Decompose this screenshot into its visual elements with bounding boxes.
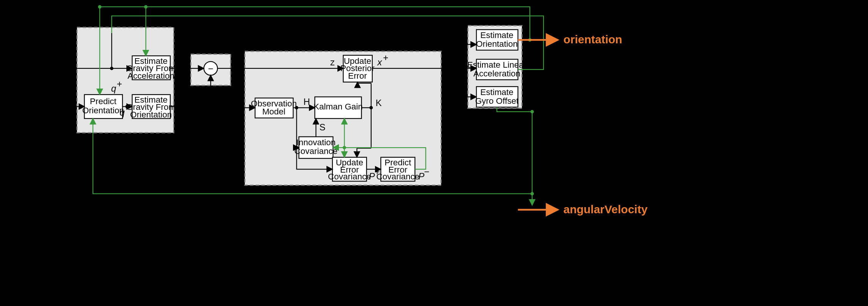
estimate-orientation-box: Estimate Orientation xyxy=(476,30,518,50)
svg-text:Covariance: Covariance xyxy=(328,172,371,181)
update-posterior-error-box: Update Posterior Error xyxy=(340,55,375,82)
svg-text:x: x xyxy=(377,57,382,67)
innovation-covariance-box: Innovation Covariance xyxy=(295,137,338,159)
sum-junction: − xyxy=(204,62,217,75)
svg-text:Acceleration: Acceleration xyxy=(473,69,520,78)
svg-text:−: − xyxy=(208,63,213,74)
svg-text:P: P xyxy=(418,171,424,181)
predict-error-covariance-box: Predict Error Covariance xyxy=(376,157,419,181)
svg-text:P: P xyxy=(369,171,375,181)
svg-text:+: + xyxy=(375,166,380,177)
label-K: K xyxy=(376,98,382,108)
estimate-linear-accel-box: Estimate Linear Acceleration xyxy=(467,59,527,80)
svg-text:Orientation: Orientation xyxy=(130,110,172,119)
svg-text:Estimate: Estimate xyxy=(480,87,513,97)
svg-point-74 xyxy=(98,5,101,8)
output-angvel-label: angularVelocity xyxy=(564,203,648,216)
svg-text:Orientation: Orientation xyxy=(476,39,518,49)
label-H: H xyxy=(303,97,310,107)
update-error-covariance-box: Update Error Covariance xyxy=(328,157,371,181)
estimate-gravity-accel-box: Estimate Gravity From Acceleration xyxy=(126,56,176,81)
label-S: S xyxy=(319,122,325,132)
estimate-gyro-offset-box: Estimate Gyro Offset xyxy=(475,87,519,107)
predict-orientation-box: Predict Orientation xyxy=(82,95,124,119)
svg-text:Model: Model xyxy=(262,107,285,116)
svg-text:Error: Error xyxy=(348,71,367,81)
svg-text:−: − xyxy=(125,103,131,113)
svg-text:Orientation: Orientation xyxy=(82,106,124,115)
svg-text:+: + xyxy=(383,52,388,63)
svg-text:Gyro Offset: Gyro Offset xyxy=(475,96,519,106)
filter-diagram: Predict Orientation Estimate Gravity Fro… xyxy=(0,0,868,306)
svg-text:q: q xyxy=(111,83,117,94)
svg-text:q: q xyxy=(120,107,125,117)
label-z: z xyxy=(330,57,335,67)
observation-model-box: Observation Model xyxy=(251,98,297,118)
svg-text:Predict: Predict xyxy=(90,97,117,106)
svg-text:Covariance: Covariance xyxy=(295,146,338,156)
svg-text:−: − xyxy=(424,166,429,177)
output-orientation-label: orientation xyxy=(564,33,622,46)
svg-text:Innovation: Innovation xyxy=(296,138,336,147)
svg-text:Acceleration: Acceleration xyxy=(128,71,175,81)
kalman-gain-box: Kalman Gain xyxy=(313,97,363,119)
svg-text:Kalman Gain: Kalman Gain xyxy=(313,102,363,111)
svg-text:+: + xyxy=(117,79,122,89)
svg-text:Estimate: Estimate xyxy=(480,30,513,40)
svg-text:Covariance: Covariance xyxy=(376,172,419,181)
estimate-gravity-orient-box: Estimate Gravity From Orientation xyxy=(126,95,176,119)
svg-point-73 xyxy=(144,5,148,8)
